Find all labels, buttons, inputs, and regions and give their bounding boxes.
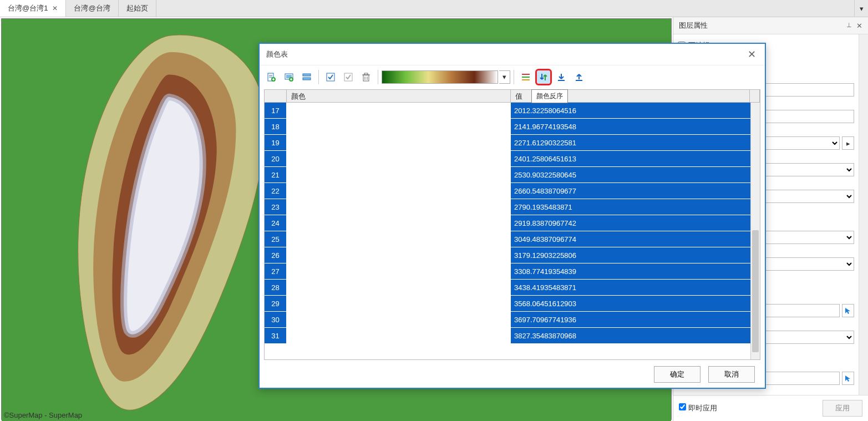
panel-scrollbar[interactable] <box>859 34 868 395</box>
row-value[interactable]: 2790.1935483871 <box>511 199 760 215</box>
row-color-swatch[interactable] <box>287 312 511 328</box>
tab-taiwan[interactable]: 台湾@台湾 <box>66 0 118 17</box>
row-value[interactable]: 2141.96774193548 <box>511 119 760 135</box>
deselect-all-button[interactable] <box>340 69 357 85</box>
close-icon[interactable]: ✕ <box>745 48 758 60</box>
row-value[interactable]: 2271.61290322581 <box>511 135 760 151</box>
row-color-swatch[interactable] <box>287 296 511 312</box>
row-value[interactable]: 3697.70967741936 <box>511 312 760 328</box>
scrollbar-thumb[interactable] <box>752 230 759 352</box>
apply-now-checkbox[interactable]: 即时应用 <box>679 403 717 413</box>
table-row[interactable]: 303697.70967741936 <box>265 312 760 328</box>
pick-value-button[interactable] <box>842 304 854 317</box>
transparency-more-button[interactable]: ▸ <box>842 136 854 150</box>
panel-header: 图层属性 ⊥ ✕ <box>673 17 868 34</box>
color-ramp-dropdown[interactable]: ▾ <box>499 70 510 84</box>
row-value[interactable]: 3308.77419354839 <box>511 263 760 280</box>
table-row[interactable]: 313827.35483870968 <box>265 328 760 344</box>
table-row[interactable]: 212530.90322580645 <box>265 167 760 183</box>
batch-icon <box>302 72 312 82</box>
add-row-button[interactable] <box>263 69 280 85</box>
table-scrollbar[interactable] <box>750 103 760 359</box>
table-row[interactable]: 182141.96774193548 <box>265 119 760 135</box>
row-value[interactable]: 2919.83870967742 <box>511 215 760 231</box>
color-ramp[interactable] <box>382 70 498 84</box>
dialog-title-text: 颜色表 <box>266 49 288 59</box>
row-color-swatch[interactable] <box>287 263 511 280</box>
tab-taiwan-1[interactable]: 台湾@台湾1 ✕ <box>0 0 66 17</box>
row-color-swatch[interactable] <box>287 247 511 263</box>
import-icon <box>556 72 566 82</box>
table-row[interactable]: 293568.06451612903 <box>265 296 760 312</box>
row-index: 18 <box>265 119 287 135</box>
close-icon[interactable]: ✕ <box>856 22 862 30</box>
ok-button[interactable]: 确定 <box>654 366 701 383</box>
row-color-swatch[interactable] <box>287 328 511 344</box>
table-row[interactable]: 222660.54838709677 <box>265 183 760 199</box>
table-row[interactable]: 172012.32258064516 <box>265 103 760 119</box>
row-color-swatch[interactable] <box>287 151 511 167</box>
row-value[interactable]: 3179.12903225806 <box>511 247 760 263</box>
apply-button[interactable]: 应用 <box>823 400 862 417</box>
table-row[interactable]: 192271.61290322581 <box>265 135 760 151</box>
dialog-titlebar[interactable]: 颜色表 ✕ <box>260 44 765 65</box>
row-index: 27 <box>265 263 287 280</box>
tabs-dropdown[interactable]: ▾ <box>854 0 868 17</box>
row-color-swatch[interactable] <box>287 135 511 151</box>
reverse-colors-button[interactable]: 颜色反序 <box>535 69 552 85</box>
col-color[interactable]: 颜色 <box>287 90 511 102</box>
insert-row-button[interactable] <box>281 69 297 85</box>
table-row[interactable]: 283438.41935483871 <box>265 280 760 296</box>
arrow-cursor-icon <box>844 374 852 382</box>
table-row[interactable]: 232790.1935483871 <box>265 199 760 215</box>
row-color-swatch[interactable] <box>287 183 511 199</box>
color-lines-button[interactable] <box>517 69 534 85</box>
row-value[interactable]: 2530.90322580645 <box>511 167 760 183</box>
row-color-swatch[interactable] <box>287 199 511 215</box>
table-row[interactable]: 202401.25806451613 <box>265 151 760 167</box>
col-index[interactable] <box>265 90 287 102</box>
row-value[interactable]: 3827.35483870968 <box>511 328 760 344</box>
dialog-footer: 确定 取消 <box>260 361 765 388</box>
row-index: 31 <box>265 328 287 344</box>
document-plus-icon <box>266 72 276 82</box>
row-value[interactable]: 2012.32258064516 <box>511 103 760 119</box>
row-color-swatch[interactable] <box>287 231 511 247</box>
row-color-swatch[interactable] <box>287 167 511 183</box>
row-value[interactable]: 3568.06451612903 <box>511 296 760 312</box>
row-color-swatch[interactable] <box>287 119 511 135</box>
color-lines-icon <box>521 72 531 82</box>
row-color-swatch[interactable] <box>287 280 511 296</box>
batch-add-button[interactable] <box>298 69 315 85</box>
close-icon[interactable]: ✕ <box>52 4 58 12</box>
table-row[interactable]: 263179.12903225806 <box>265 247 760 263</box>
pick-bg-button[interactable] <box>842 372 854 385</box>
row-value[interactable]: 2660.54838709677 <box>511 183 760 199</box>
svg-rect-20 <box>303 74 311 76</box>
toolbar-separator <box>318 70 319 84</box>
row-color-swatch[interactable] <box>287 103 511 119</box>
svg-rect-21 <box>303 78 311 80</box>
pin-icon[interactable]: ⊥ <box>846 22 852 30</box>
row-value[interactable]: 2401.25806451613 <box>511 151 760 167</box>
import-button[interactable] <box>553 69 570 85</box>
table-body: 172012.32258064516182141.967741935481922… <box>265 103 760 359</box>
apply-now-checkbox-input[interactable] <box>679 403 686 410</box>
cancel-button[interactable]: 取消 <box>708 366 755 383</box>
table-row[interactable]: 242919.83870967742 <box>265 215 760 231</box>
row-value[interactable]: 3438.41935483871 <box>511 280 760 296</box>
row-index: 24 <box>265 215 287 231</box>
reverse-tooltip: 颜色反序 <box>531 89 568 103</box>
row-index: 29 <box>265 296 287 312</box>
export-button[interactable] <box>571 69 587 85</box>
tab-start-page[interactable]: 起始页 <box>119 0 156 17</box>
row-color-swatch[interactable] <box>287 215 511 231</box>
select-all-button[interactable] <box>322 69 339 85</box>
toolbar-separator <box>514 70 514 84</box>
table-header: 颜色 值 <box>265 90 760 103</box>
table-row[interactable]: 273308.77419354839 <box>265 263 760 280</box>
delete-button[interactable] <box>358 69 374 85</box>
svg-rect-28 <box>364 73 368 75</box>
table-row[interactable]: 253049.48387096774 <box>265 231 760 247</box>
row-value[interactable]: 3049.48387096774 <box>511 231 760 247</box>
